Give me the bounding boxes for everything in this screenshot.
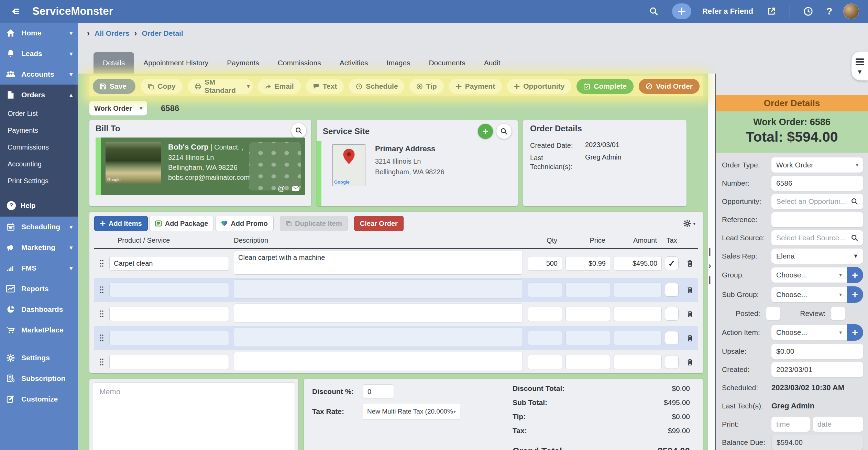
product-input[interactable] [109, 283, 229, 297]
sidebar-item-subscription[interactable]: Subscription [0, 368, 78, 389]
lead-source-picker[interactable] [771, 230, 863, 245]
upsale-input[interactable] [776, 347, 858, 355]
search-icon[interactable] [851, 198, 858, 205]
add-promo-button[interactable]: Add Promo [215, 216, 274, 231]
copy-button[interactable]: Copy [141, 79, 183, 94]
price-input[interactable] [565, 355, 610, 369]
product-input[interactable] [109, 256, 229, 271]
order-type-select[interactable]: Work Order ▾ [771, 157, 863, 173]
complete-button[interactable]: Complete [576, 79, 634, 94]
duplicate-item-button[interactable]: Duplicate Item [280, 216, 348, 231]
sidebar-item-print-settings[interactable]: Print Settings [0, 173, 78, 189]
clear-order-button[interactable]: Clear Order [354, 216, 404, 231]
opportunity-button[interactable]: Opportunity [507, 79, 571, 94]
print-time-input[interactable] [776, 420, 805, 428]
action-item-select[interactable]: Choose... ▾ [771, 325, 847, 340]
price-input[interactable] [565, 283, 610, 297]
schedule-button[interactable]: Schedule [349, 79, 404, 94]
description-textarea[interactable] [234, 279, 523, 299]
qty-input[interactable] [528, 331, 562, 345]
tab-details[interactable]: Details [94, 52, 134, 74]
save-button[interactable]: Save [93, 79, 133, 94]
breadcrumb-all-orders[interactable]: All Orders [95, 29, 130, 37]
tab-images[interactable]: Images [377, 52, 420, 74]
posted-checkbox[interactable] [766, 307, 780, 320]
refer-a-friend-link[interactable]: Refer a Friend [702, 7, 753, 16]
save-dropdown-arrow[interactable]: ▾ [133, 79, 135, 94]
amount-input[interactable] [614, 355, 662, 369]
sidebar-item-leads[interactable]: Leads ▾ [0, 43, 78, 64]
search-icon[interactable] [851, 234, 858, 242]
at-sign-icon[interactable]: @ [278, 184, 285, 193]
reference-input[interactable] [776, 216, 858, 224]
text-button[interactable]: Text [306, 79, 344, 94]
delete-row-icon[interactable] [682, 286, 698, 293]
print-dropdown-arrow[interactable]: ▾ [242, 79, 253, 94]
drag-handle[interactable] [94, 334, 109, 342]
order-number-input[interactable] [776, 179, 858, 187]
breadcrumb-order-detail[interactable]: Order Detail [142, 29, 183, 37]
tax-checkbox[interactable] [665, 355, 679, 369]
group-select[interactable]: Choose... ▾ [771, 267, 847, 283]
amount-input[interactable] [614, 256, 662, 271]
created-input[interactable] [776, 365, 858, 374]
sidebar-item-fms[interactable]: FMS ▾ [0, 258, 78, 278]
description-textarea[interactable] [234, 352, 523, 371]
right-panel-collapse-handle[interactable]: | › | [708, 247, 711, 285]
sidebar-item-commissions[interactable]: Commissions [0, 139, 78, 156]
memo-textarea[interactable] [93, 382, 295, 450]
sidebar-item-accounting[interactable]: Accounting [0, 156, 78, 173]
drag-handle[interactable] [94, 286, 109, 294]
sidebar-item-home[interactable]: Home ▾ [0, 23, 78, 43]
service-site-search-button[interactable] [496, 124, 512, 139]
items-settings-button[interactable]: ▾ [683, 220, 698, 227]
qty-input[interactable] [528, 307, 562, 321]
price-input[interactable] [565, 256, 610, 271]
sidebar-item-orders[interactable]: Orders ▴ [0, 85, 78, 105]
service-site-card[interactable]: Google Primary Address 3214 Illinois Ln … [332, 144, 512, 186]
right-panel-toggle-tab[interactable]: ▼ [851, 52, 868, 80]
sidebar-item-marketing[interactable]: Marketing ▾ [0, 237, 78, 258]
sidebar-item-marketplace[interactable]: MarketPlace [0, 320, 78, 340]
qty-input[interactable] [528, 256, 562, 271]
tax-checkbox[interactable] [665, 283, 679, 297]
tab-commissions[interactable]: Commissions [268, 52, 330, 74]
delete-row-icon[interactable] [682, 334, 698, 341]
tab-audit[interactable]: Audit [475, 52, 510, 74]
tab-documents[interactable]: Documents [419, 52, 474, 74]
sidebar-collapse-icon[interactable] [8, 4, 21, 18]
tax-rate-select[interactable]: New Multi Rate Tax (20.000% ▾ [363, 404, 460, 419]
tab-activities[interactable]: Activities [330, 52, 377, 74]
payment-button[interactable]: Payment [449, 79, 502, 94]
opportunity-input[interactable] [776, 197, 851, 206]
delete-row-icon[interactable] [682, 310, 698, 317]
product-input[interactable] [109, 355, 229, 369]
add-service-site-button[interactable]: + [478, 124, 493, 139]
sales-rep-select[interactable]: Elena ▼ [771, 249, 863, 264]
sidebar-item-payments[interactable]: Payments [0, 122, 78, 139]
lead-source-input[interactable] [776, 234, 851, 242]
sidebar-item-dashboards[interactable]: Dashboards [0, 299, 78, 320]
sidebar-item-order-list[interactable]: Order List [0, 105, 78, 122]
search-icon[interactable] [647, 4, 661, 19]
sidebar-item-reports[interactable]: Reports [0, 278, 78, 299]
price-input[interactable] [565, 307, 610, 321]
bill-to-search-button[interactable] [291, 123, 306, 138]
drag-handle[interactable] [94, 310, 109, 318]
sidebar-item-customize[interactable]: Customize [0, 389, 78, 409]
review-checkbox[interactable] [831, 307, 845, 320]
history-clock-icon[interactable] [801, 4, 815, 19]
description-textarea[interactable]: Clean carpet with a machine [234, 251, 523, 275]
delete-row-icon[interactable] [682, 260, 698, 267]
add-action-item-button[interactable]: + [847, 324, 863, 341]
discount-input[interactable] [363, 384, 394, 399]
external-link-icon[interactable] [764, 4, 779, 19]
amount-input[interactable] [614, 307, 662, 321]
description-textarea[interactable] [234, 304, 523, 323]
tab-appointment-history[interactable]: Appointment History [134, 52, 218, 74]
drag-handle[interactable] [94, 260, 109, 267]
void-order-button[interactable]: Void Order [639, 79, 700, 94]
help-icon[interactable]: ? [826, 6, 832, 17]
amount-input[interactable] [614, 331, 662, 345]
description-textarea[interactable] [234, 328, 523, 347]
